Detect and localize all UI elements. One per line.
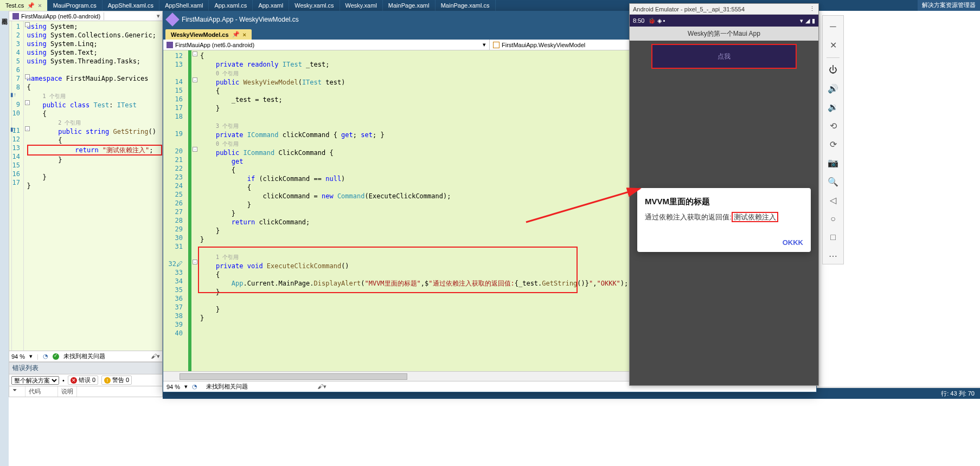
error-list-columns: ⏷ 代码 说明: [9, 386, 162, 397]
scrollbar-thumb[interactable]: [180, 373, 407, 380]
volume-up-icon[interactable]: 🔊: [825, 81, 841, 96]
no-issues-label: 未找到相关问题: [63, 352, 105, 360]
fold-toggle[interactable]: -: [25, 74, 30, 79]
floating-title: FirstMauiApp.App - WeskyViewModel.cs: [182, 16, 299, 23]
bookmark-icon: ▮↑: [10, 126, 16, 132]
rotate-left-icon[interactable]: ⟲: [825, 118, 841, 133]
tab-mauiprogram[interactable]: MauiProgram.cs: [48, 0, 103, 11]
tab-app-xaml[interactable]: App.xaml: [253, 0, 289, 11]
solution-explorer-tab[interactable]: 解决方案资源管理器: [918, 0, 980, 11]
close-icon[interactable]: ×: [243, 31, 246, 38]
class-icon: [493, 42, 499, 48]
bug-icon: 🐞: [648, 17, 656, 24]
server-explorer-tab[interactable]: 服不刚览器: [0, 11, 9, 466]
tab-mainpage-xaml-cs[interactable]: MainPage.xaml.cs: [435, 0, 496, 11]
chevron-down-icon[interactable]: ▾: [157, 12, 162, 20]
alert-ok-button[interactable]: OKKK: [783, 238, 803, 247]
minimize-icon[interactable]: ─: [825, 19, 841, 34]
fold-toggle[interactable]: -: [25, 100, 30, 105]
fold-toggle[interactable]: -: [193, 51, 197, 56]
shield-icon: ◈: [657, 17, 662, 24]
emulator-titlebar[interactable]: Android Emulator - pixel_5_-_api_31:5554…: [630, 4, 818, 15]
overview-icon[interactable]: □: [825, 230, 841, 245]
fold-toggle[interactable]: -: [25, 126, 30, 131]
csproj-icon: [12, 13, 19, 20]
camera-icon[interactable]: 📷: [825, 156, 841, 171]
square-icon: ▪: [663, 17, 665, 24]
warnings-filter[interactable]: !警告 0: [101, 376, 132, 385]
code-text[interactable]: using System; using System.Collections.G…: [26, 21, 162, 351]
document-tab-strip: Test.cs📌× MauiProgram.cs AppShell.xaml.c…: [0, 0, 980, 11]
tab-wesky-xaml[interactable]: Wesky.xaml: [340, 0, 383, 11]
brush-icon[interactable]: 🖌▾: [151, 353, 160, 360]
indicator-icon: ◔: [43, 353, 48, 360]
alert-message: 通过依赖注入获取的返回值:测试依赖注入: [645, 212, 803, 222]
ok-icon: [53, 353, 59, 360]
signal-icon: ◢: [805, 17, 810, 24]
app-title-bar: Wesky的第一个Maui App: [630, 27, 818, 41]
tab-app-xaml-cs[interactable]: App.xaml.cs: [209, 0, 253, 11]
fold-toggle[interactable]: -: [193, 260, 197, 264]
zoom-icon[interactable]: 🔍: [825, 174, 841, 189]
emulator-toolbar: ─ ✕ ⏻ 🔊 🔉 ⟲ ⟳ 📷 🔍 ◁ ○ □ ⋯: [822, 15, 844, 264]
android-status-bar: 8:50 🐞 ◈ ▪ ▾◢▮: [630, 15, 818, 27]
editor-status-left: 94 %▾ | ◔ 未找到相关问题 🖌▾: [9, 351, 162, 361]
battery-icon: ▮: [812, 17, 815, 24]
zoom-combo[interactable]: 94 %: [11, 353, 25, 360]
scope-select[interactable]: 整个解决方案: [11, 376, 59, 385]
volume-down-icon[interactable]: 🔉: [825, 100, 841, 115]
wifi-icon: ▾: [800, 17, 803, 24]
marker-margin: ▮↑ ▮↑: [9, 21, 12, 351]
fold-toggle[interactable]: -: [193, 77, 197, 82]
brush-icon[interactable]: 🖌▾: [317, 383, 326, 390]
bookmark-icon: ▮↑: [10, 92, 16, 98]
alert-dialog: MVVM里面的标题 通过依赖注入获取的返回值:测试依赖注入 OKKK: [637, 188, 811, 252]
csproj-icon: [166, 42, 173, 48]
tab-test-cs[interactable]: Test.cs📌×: [0, 0, 48, 11]
tab-weskyviewmodel[interactable]: WeskyViewModel.cs📌×: [165, 29, 252, 40]
alert-title: MVVM里面的标题: [645, 197, 803, 207]
zoom-combo[interactable]: 94 %: [166, 384, 180, 390]
more-icon[interactable]: ⋯: [825, 249, 841, 264]
pin-icon[interactable]: 📌: [232, 31, 240, 38]
code-body[interactable]: ▮↑ ▮↑ 1234567891011121314151617 - - - - …: [9, 21, 162, 351]
power-icon[interactable]: ⏻: [825, 62, 841, 77]
fold-toggle[interactable]: -: [25, 22, 30, 27]
no-issues-label: 未找到相关问题: [206, 383, 248, 391]
cursor-position: 行: 43 列: 70: [941, 390, 975, 398]
tab-mainpage-xaml[interactable]: MainPage.xaml: [383, 0, 435, 11]
emulator-menu-icon[interactable]: ⋮: [809, 5, 815, 12]
indicator-icon: ◔: [192, 383, 197, 390]
back-icon[interactable]: ◁: [825, 192, 841, 208]
outline-margin[interactable]: - - - -: [24, 21, 26, 351]
home-icon[interactable]: ○: [825, 211, 841, 226]
nav-project[interactable]: FirstMauiApp (net6.0-android)▾: [163, 40, 490, 50]
visual-studio-icon: [165, 12, 179, 26]
annotation-box: [198, 247, 578, 293]
nav-bar-left[interactable]: FirstMauiApp (net6.0-android) ▾: [9, 11, 162, 21]
error-list-title: 错误列表: [9, 363, 162, 374]
error-list-toolbar: 整个解决方案 • ✕错误 0 !警告 0: [9, 374, 162, 386]
android-emulator-window: Android Emulator - pixel_5_-_api_31:5554…: [629, 3, 819, 386]
editor-pane-test-cs: FirstMauiApp (net6.0-android) ▾ ▮↑ ▮↑ 12…: [9, 11, 163, 362]
outline-margin[interactable]: - - - -: [191, 50, 199, 371]
fold-toggle[interactable]: -: [193, 147, 197, 152]
line-numbers: 1234567891011121314151617: [12, 21, 23, 351]
line-numbers: 1213141516171819202122232425262728293031…: [163, 50, 188, 371]
click-me-button[interactable]: 点我: [651, 44, 797, 69]
tab-appshell-xaml[interactable]: AppShell.xaml: [159, 0, 209, 11]
tab-wesky-xaml-cs[interactable]: Wesky.xaml.cs: [289, 0, 340, 11]
rotate-right-icon[interactable]: ⟳: [825, 137, 841, 152]
pin-icon: 📌: [27, 2, 35, 9]
close-icon[interactable]: ✕: [825, 37, 841, 53]
errors-filter[interactable]: ✕错误 0: [68, 376, 98, 385]
error-list-panel: 错误列表 整个解决方案 • ✕错误 0 !警告 0 ⏷ 代码 说明: [9, 362, 163, 397]
close-icon[interactable]: ×: [38, 2, 41, 9]
tab-appshell-cs[interactable]: AppShell.xaml.cs: [103, 0, 159, 11]
emulator-screen[interactable]: 8:50 🐞 ◈ ▪ ▾◢▮ Wesky的第一个Maui App 点我 MVVM…: [630, 15, 818, 385]
